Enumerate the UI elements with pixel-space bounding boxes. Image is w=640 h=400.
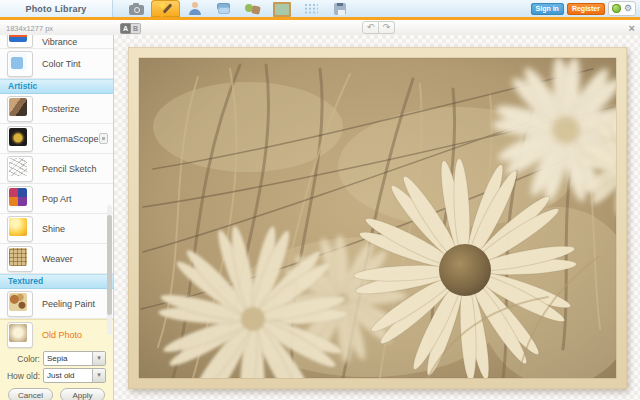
photo-old-daisies: [128, 47, 627, 389]
portrait-icon: [187, 2, 203, 15]
toolbar: Photo Library Sign in Register ⚙: [0, 0, 640, 17]
redo-icon[interactable]: ↷: [379, 21, 395, 34]
scrollbar-thumb[interactable]: [107, 215, 112, 315]
tab-stickers[interactable]: [238, 0, 267, 17]
peeling-paint-icon: [7, 291, 33, 317]
pop-art-icon: [7, 186, 33, 212]
app-title-area: Photo Library: [0, 0, 113, 17]
sidebar-item-label: Color Tint: [42, 59, 81, 69]
color-select[interactable]: Sepia▾: [43, 351, 106, 366]
tab-wand[interactable]: [151, 0, 180, 17]
sidebar-item-label: Weaver: [42, 254, 73, 264]
toolbar-tabs: [122, 0, 354, 17]
tab-patterns[interactable]: [296, 0, 325, 17]
page-title: Photo Library: [25, 4, 86, 14]
sidebar-item-peeling-paint[interactable]: Peeling Paint: [0, 289, 113, 319]
sidebar-item-weaver[interactable]: Weaver: [0, 244, 113, 274]
color-label: Color:: [0, 354, 40, 364]
age-field-row: How old:Just old▾: [0, 368, 106, 383]
sidebar-item-label: Shine: [42, 224, 65, 234]
sidebar-item-pencil-sketch[interactable]: Pencil Sketch: [0, 154, 113, 184]
sidebar-item-vibrance[interactable]: Vibrance: [0, 35, 113, 49]
camera-icon: [129, 5, 144, 15]
chevron-down-icon[interactable]: ▾: [92, 369, 105, 382]
shine-icon: [7, 216, 33, 242]
canvas-workspace: [114, 35, 640, 400]
pencil-sketch-icon: [7, 156, 33, 182]
cancel-button[interactable]: Cancel: [8, 388, 53, 400]
tab-save[interactable]: [325, 0, 354, 17]
sidebar-item-old-photo[interactable]: Old Photo: [0, 320, 113, 349]
color-value: Sepia: [44, 352, 92, 365]
sidebar-item-shine[interactable]: Shine: [0, 214, 113, 244]
compare-ab-toggle: A B: [120, 23, 141, 34]
register-button[interactable]: Register: [567, 3, 605, 15]
tab-camera[interactable]: [122, 0, 151, 17]
tab-portrait[interactable]: [180, 0, 209, 17]
old-photo-panel: Old PhotoColor:Sepia▾How old:Just old▾Ca…: [0, 319, 113, 400]
old-photo-icon: [7, 322, 33, 348]
vibrance-icon: [7, 35, 33, 48]
patterns-icon: [304, 3, 318, 15]
chevron-down-icon[interactable]: ▾: [92, 352, 105, 365]
age-select[interactable]: Just old▾: [43, 368, 106, 383]
age-value: Just old: [44, 369, 92, 382]
sidebar-item-label: Posterize: [42, 104, 80, 114]
sidebar-item-posterize[interactable]: Posterize: [0, 94, 113, 124]
tab-layers[interactable]: [209, 0, 238, 17]
sidebar-item-label: Pop Art: [42, 194, 72, 204]
toolbar-right: Sign in Register ⚙: [531, 0, 640, 17]
sidebar-item-label: CinemaScope: [42, 134, 99, 144]
status-dot-icon[interactable]: [612, 4, 621, 13]
color-field-row: Color:Sepia▾: [0, 351, 106, 366]
sidebar-item-label: Peeling Paint: [42, 299, 95, 309]
frames-icon: [273, 2, 291, 17]
cinemascope-icon: [7, 126, 33, 152]
undo-redo-group: ↶ ↷: [362, 21, 395, 34]
sidebar-item-label: Vibrance: [42, 37, 77, 47]
color-tint-icon: [7, 51, 33, 77]
sidebar-item-label: Old Photo: [42, 330, 82, 340]
section-header-textured: Textured: [0, 274, 113, 289]
age-label: How old:: [0, 371, 40, 381]
wand-icon: [158, 2, 174, 15]
layers-icon: [216, 2, 232, 15]
content-area: VibranceColor TintArtisticPosterizeCinem…: [0, 35, 640, 400]
photo-editor-app: Photo Library Sign in Register ⚙ 1834x12…: [0, 0, 640, 400]
sidebar-item-color-tint[interactable]: Color Tint: [0, 49, 113, 79]
posterize-icon: [7, 96, 33, 122]
apply-button[interactable]: Apply: [60, 388, 105, 400]
sidebar-list: VibranceColor TintArtisticPosterizeCinem…: [0, 35, 113, 400]
sidebar-item-label: Pencil Sketch: [42, 164, 97, 174]
undo-icon[interactable]: ↶: [362, 21, 379, 34]
image-dimensions: 1834x1277 px: [6, 24, 53, 33]
effect-options-badge-icon[interactable]: [99, 133, 108, 144]
gear-icon[interactable]: ⚙: [624, 4, 632, 13]
save-icon: [334, 3, 346, 15]
account-widget: ⚙: [608, 1, 636, 16]
tab-frames[interactable]: [267, 0, 296, 17]
statusbar: 1834x1277 px A B ↶ ↷ ×: [0, 20, 640, 36]
sidebar-item-cinemascope[interactable]: CinemaScope: [0, 124, 113, 154]
close-icon[interactable]: ×: [629, 22, 635, 34]
stickers-icon: [245, 2, 261, 15]
weaver-icon: [7, 246, 33, 272]
compare-a-button[interactable]: A: [120, 23, 131, 34]
panel-buttons: CancelApply: [8, 388, 105, 400]
compare-b-button[interactable]: B: [131, 23, 141, 34]
sidebar-item-pop-art[interactable]: Pop Art: [0, 184, 113, 214]
sign-in-button[interactable]: Sign in: [531, 3, 564, 15]
sidebar-scrollbar[interactable]: [107, 205, 112, 335]
section-header-artistic: Artistic: [0, 79, 113, 94]
sidebar: VibranceColor TintArtisticPosterizeCinem…: [0, 35, 114, 400]
